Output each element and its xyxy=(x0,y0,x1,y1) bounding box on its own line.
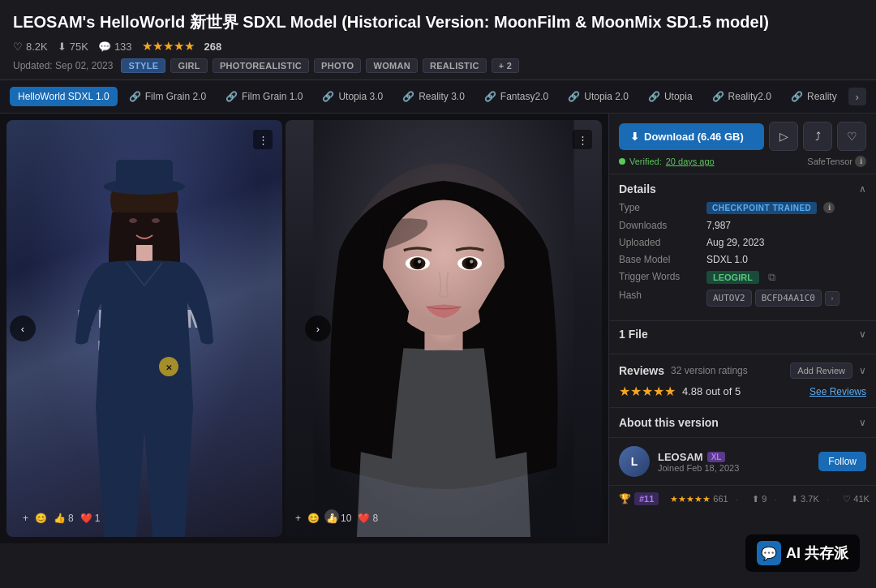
likes-count[interactable]: ♡ 8.2K xyxy=(13,41,48,53)
download-button[interactable]: ⬇ Download (6.46 GB) xyxy=(619,123,764,150)
play-button[interactable]: ▷ xyxy=(769,122,798,151)
tab-helloworld-sdxl[interactable]: HelloWorld SDXL 1.0 xyxy=(10,87,118,106)
downloads-label: Downloads xyxy=(619,220,700,231)
tab-reality[interactable]: 🔗 Reality xyxy=(783,87,845,106)
details-section: Details ∧ Type CHECKPOINT TRAINED ℹ Down… xyxy=(609,174,876,320)
figure-1: ✕ xyxy=(6,120,282,537)
about-header[interactable]: About this version ∨ xyxy=(619,416,866,429)
type-info-icon[interactable]: ℹ xyxy=(823,202,835,213)
svg-point-20 xyxy=(470,260,473,263)
reviews-left: Reviews 32 version ratings xyxy=(619,364,748,377)
link-icon: 🔗 xyxy=(129,91,141,102)
share-button[interactable]: ⤴ xyxy=(803,122,832,151)
follow-button[interactable]: Follow xyxy=(818,452,866,471)
tag-more[interactable]: + 2 xyxy=(492,58,520,73)
tab-reality-3[interactable]: 🔗 Reality 3.0 xyxy=(394,87,473,106)
tag-photorealistic[interactable]: PHOTOREALISTIC xyxy=(213,58,309,73)
safe-tensor-info[interactable]: ℹ xyxy=(855,156,866,167)
reviews-title: Reviews xyxy=(619,364,664,377)
review-stars: ★★★★★ xyxy=(619,384,676,399)
type-label: Type xyxy=(619,202,700,213)
tab-utopia-2[interactable]: 🔗 Utopia 2.0 xyxy=(560,87,637,106)
svg-rect-2 xyxy=(136,245,152,263)
downloads-count[interactable]: ⬇ 75K xyxy=(58,41,88,53)
details-header[interactable]: Details ∧ xyxy=(619,182,866,195)
type-value: CHECKPOINT TRAINED xyxy=(706,202,817,214)
tab-reality2[interactable]: 🔗 Reality2.0 xyxy=(704,87,779,106)
rank-icon: 🏆 xyxy=(619,493,631,504)
link-icon-9: 🔗 xyxy=(791,91,803,102)
safe-tensor-badge: SafeTensor ℹ xyxy=(807,156,866,167)
image-2-menu-btn[interactable]: ⋮ xyxy=(573,130,592,149)
heart-reaction-2[interactable]: ❤️ 8 xyxy=(358,513,378,524)
about-title: About this version xyxy=(619,416,719,429)
trigger-label: Trigger Words xyxy=(619,271,700,282)
gallery-prev-btn[interactable]: ‹ xyxy=(10,315,36,341)
creator-joined: Joined Feb 18, 2023 xyxy=(658,463,810,473)
tag-woman[interactable]: WOMAN xyxy=(366,58,418,73)
svg-point-19 xyxy=(466,259,474,268)
tag-realistic[interactable]: REALISTIC xyxy=(423,58,487,73)
comment-icon: 💬 xyxy=(98,41,111,53)
image-gallery: LE○SAM Hello World xyxy=(0,114,608,543)
xl-badge: XL xyxy=(707,452,726,462)
download-icon-btn: ⬇ xyxy=(630,131,639,143)
gallery-image-1: LE○SAM Hello World xyxy=(6,120,282,537)
hash-value: BCFD4AA1C0 xyxy=(755,290,822,307)
creator-rank: 🏆 #11 xyxy=(619,492,659,505)
tag-photo[interactable]: PHOTO xyxy=(314,58,361,73)
rank-badge: #11 xyxy=(634,492,659,505)
creator-downloads-stat: ⬇ 3.7K xyxy=(791,494,819,504)
base-model-value: SDXL 1.0 xyxy=(706,254,748,265)
link-icon-3: 🔗 xyxy=(322,91,334,102)
hash-arrow-btn[interactable]: › xyxy=(825,291,840,306)
detail-downloads-row: Downloads 7,987 xyxy=(619,220,866,231)
add-review-button[interactable]: Add Review xyxy=(790,363,852,379)
link-icon-7: 🔗 xyxy=(648,91,660,102)
detail-hash-row: Hash AUTOV2 BCFD4AA1C0 › xyxy=(619,290,866,307)
thumbs-up-1[interactable]: 👍 8 xyxy=(54,513,74,524)
detail-type-row: Type CHECKPOINT TRAINED ℹ xyxy=(619,202,866,214)
tabs-next-arrow[interactable]: › xyxy=(848,88,866,105)
gallery-next-btn[interactable]: › xyxy=(305,315,331,341)
svg-rect-4 xyxy=(116,160,173,188)
files-header[interactable]: 1 File ∨ xyxy=(619,328,866,341)
download-row: ⬇ Download (6.46 GB) ▷ ⤴ ♡ xyxy=(609,114,876,156)
details-title: Details xyxy=(619,182,656,195)
meta-row: ♡ 8.2K ⬇ 75K 💬 133 ★★★★★ 268 xyxy=(13,39,863,54)
rating-text: 4.88 out of 5 xyxy=(682,385,741,397)
tag-girl[interactable]: GIRL xyxy=(170,58,207,73)
image-1-menu-btn[interactable]: ⋮ xyxy=(253,130,273,149)
right-panel: ⬇ Download (6.46 GB) ▷ ⤴ ♡ Verified: 20 … xyxy=(608,114,876,543)
upload-icon: ⬆ xyxy=(752,494,759,504)
favorite-button[interactable]: ♡ xyxy=(837,122,866,151)
image-info-btn[interactable]: ℹ xyxy=(324,509,339,524)
download-icon: ⬇ xyxy=(58,41,67,53)
link-icon-8: 🔗 xyxy=(712,91,724,102)
see-reviews-link[interactable]: See Reviews xyxy=(809,386,866,397)
page-title: LEOSAM's HelloWorld 新世界 SDXL Model (Hist… xyxy=(13,11,863,32)
tab-utopia-3[interactable]: 🔗 Utopia 3.0 xyxy=(314,87,391,106)
rating-row: ★★★★★ 4.88 out of 5 See Reviews xyxy=(619,384,866,399)
tag-style[interactable]: STYLE xyxy=(121,58,165,73)
add-reaction-2[interactable]: + xyxy=(295,513,301,524)
verified-dot xyxy=(619,158,625,165)
reviews-count: 32 version ratings xyxy=(671,365,748,376)
trigger-copy-icon[interactable]: ⧉ xyxy=(768,271,775,284)
link-icon-6: 🔗 xyxy=(568,91,580,102)
likes-stat-icon: ♡ xyxy=(843,494,851,504)
main-content: LE○SAM Hello World xyxy=(0,114,876,543)
rating-count: 268 xyxy=(204,41,222,53)
comments-count[interactable]: 💬 133 xyxy=(98,41,132,53)
creator-likes-stat: ♡ 41K xyxy=(843,494,870,504)
svg-point-6 xyxy=(152,218,160,223)
heart-reaction-1[interactable]: ❤️ 1 xyxy=(80,513,101,524)
trigger-value[interactable]: LEOGIRL xyxy=(706,271,759,284)
add-reaction-1[interactable]: + xyxy=(23,513,28,524)
files-section: 1 File ∨ xyxy=(609,320,876,354)
tab-film-grain-2[interactable]: 🔗 Film Grain 2.0 xyxy=(121,87,214,106)
files-chevron: ∨ xyxy=(859,328,866,340)
tab-fantasy-2[interactable]: 🔗 Fantasy2.0 xyxy=(476,87,556,106)
tab-utopia[interactable]: 🔗 Utopia xyxy=(640,87,701,106)
tab-film-grain-1[interactable]: 🔗 Film Grain 1.0 xyxy=(217,87,311,106)
